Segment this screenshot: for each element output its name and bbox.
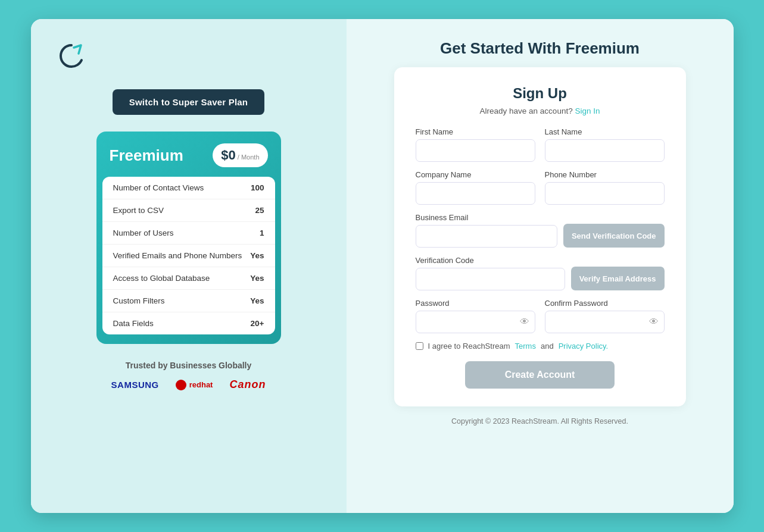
and-text: and: [541, 342, 554, 351]
terms-link[interactable]: Terms: [515, 342, 536, 351]
right-panel: Get Started With Freemium Sign Up Alread…: [347, 19, 734, 513]
redhat-text: redhat: [189, 380, 213, 389]
verification-code-input[interactable]: [416, 268, 565, 290]
feature-row: Number of Users 1: [102, 222, 275, 245]
first-name-input[interactable]: [416, 139, 535, 162]
verification-row: Verification Code Verify Email Address: [416, 256, 665, 290]
password-input-wrap: 👁︎: [416, 311, 535, 333]
trusted-title: Trusted by Businesses Globally: [111, 361, 266, 370]
already-account-text: Already have an account? Sign In: [416, 107, 665, 115]
verification-code-group: Verification Code: [416, 256, 565, 290]
feature-value-6: 20+: [251, 319, 264, 328]
password-label: Password: [416, 299, 535, 308]
price-amount: $0: [221, 148, 235, 163]
feature-label-6: Data Fields: [113, 319, 154, 328]
canon-logo: Canon: [229, 378, 266, 391]
terms-text: I agree to ReachStream: [428, 342, 510, 351]
plan-features: Number of Contact Views 100 Export to CS…: [102, 177, 275, 334]
last-name-group: Last Name: [545, 127, 665, 162]
already-account-label: Already have an account?: [480, 107, 573, 115]
verification-code-label: Verification Code: [416, 256, 565, 265]
price-period: / Month: [238, 154, 260, 161]
feature-label-3: Verified Emails and Phone Numbers: [113, 251, 242, 260]
sign-in-link[interactable]: Sign In: [575, 107, 600, 115]
business-email-input[interactable]: [416, 225, 557, 248]
feature-row: Export to CSV 25: [102, 199, 275, 222]
samsung-logo: SAMSUNG: [111, 380, 159, 390]
page-title: Get Started With Freemium: [440, 39, 640, 58]
left-panel: Switch to Super Saver Plan Freemium $0 /…: [31, 19, 347, 513]
feature-row: Custom Filters Yes: [102, 290, 275, 312]
feature-label-4: Access to Global Database: [113, 274, 210, 283]
feature-value-1: 25: [255, 206, 264, 215]
feature-label-2: Number of Users: [113, 229, 174, 237]
company-name-group: Company Name: [416, 170, 535, 205]
logo-area: [55, 40, 87, 75]
reachstream-logo-icon: [55, 40, 87, 73]
password-group: Password 👁︎: [416, 299, 535, 333]
first-name-group: First Name: [416, 127, 535, 162]
send-verification-code-button[interactable]: Send Verification Code: [563, 224, 665, 248]
feature-value-3: Yes: [250, 251, 264, 260]
feature-row: Data Fields 20+: [102, 312, 275, 334]
brand-logos: SAMSUNG redhat Canon: [111, 378, 266, 391]
business-email-group: Business Email: [416, 213, 557, 248]
confirm-password-label: Confirm Password: [545, 299, 665, 308]
feature-value-4: Yes: [250, 274, 264, 283]
company-name-label: Company Name: [416, 170, 535, 179]
password-eye-icon[interactable]: 👁︎: [520, 317, 529, 327]
create-account-button[interactable]: Create Account: [465, 361, 615, 389]
phone-number-group: Phone Number: [545, 170, 665, 205]
feature-label-0: Number of Contact Views: [113, 183, 204, 192]
terms-checkbox[interactable]: [416, 342, 423, 350]
signup-form-card: Sign Up Already have an account? Sign In…: [394, 67, 686, 406]
plan-price-badge: $0 / Month: [213, 143, 267, 167]
feature-row: Number of Contact Views 100: [102, 177, 275, 199]
password-row: Password 👁︎ Confirm Password 👁︎: [416, 299, 665, 333]
feature-label-1: Export to CSV: [113, 206, 164, 215]
feature-value-2: 1: [260, 229, 264, 237]
copyright-text: Copyright © 2023 ReachStream. All Rights…: [451, 417, 628, 425]
privacy-policy-link[interactable]: Privacy Policy.: [559, 342, 609, 351]
sign-up-title: Sign Up: [416, 85, 665, 102]
feature-row: Verified Emails and Phone Numbers Yes: [102, 245, 275, 267]
outer-wrapper: Switch to Super Saver Plan Freemium $0 /…: [31, 19, 734, 513]
first-name-label: First Name: [416, 127, 535, 136]
password-input[interactable]: [416, 311, 535, 333]
plan-header: Freemium $0 / Month: [96, 132, 281, 177]
redhat-circle-icon: [176, 380, 186, 390]
phone-number-input[interactable]: [545, 182, 665, 205]
confirm-password-input[interactable]: [545, 311, 665, 333]
business-email-label: Business Email: [416, 213, 557, 222]
phone-number-label: Phone Number: [545, 170, 665, 179]
company-name-input[interactable]: [416, 182, 535, 205]
footer: Copyright © 2023 ReachStream. All Rights…: [451, 417, 628, 425]
last-name-label: Last Name: [545, 127, 665, 136]
switch-plan-button[interactable]: Switch to Super Saver Plan: [113, 89, 264, 115]
verify-email-button[interactable]: Verify Email Address: [571, 267, 665, 290]
company-phone-row: Company Name Phone Number: [416, 170, 665, 205]
feature-row: Access to Global Database Yes: [102, 267, 275, 290]
plan-name: Freemium: [110, 146, 183, 165]
confirm-password-group: Confirm Password 👁︎: [545, 299, 665, 333]
email-row: Business Email Send Verification Code: [416, 213, 665, 248]
last-name-input[interactable]: [545, 139, 665, 162]
feature-value-5: Yes: [250, 296, 264, 305]
redhat-logo: redhat: [176, 380, 213, 390]
feature-value-0: 100: [251, 183, 264, 192]
confirm-password-eye-icon[interactable]: 👁︎: [649, 317, 659, 327]
terms-row: I agree to ReachStream Terms and Privacy…: [416, 342, 665, 351]
plan-card: Freemium $0 / Month Number of Contact Vi…: [96, 132, 281, 344]
name-row: First Name Last Name: [416, 127, 665, 162]
confirm-password-input-wrap: 👁︎: [545, 311, 665, 333]
feature-label-5: Custom Filters: [113, 296, 165, 305]
trusted-section: Trusted by Businesses Globally SAMSUNG r…: [111, 361, 266, 391]
